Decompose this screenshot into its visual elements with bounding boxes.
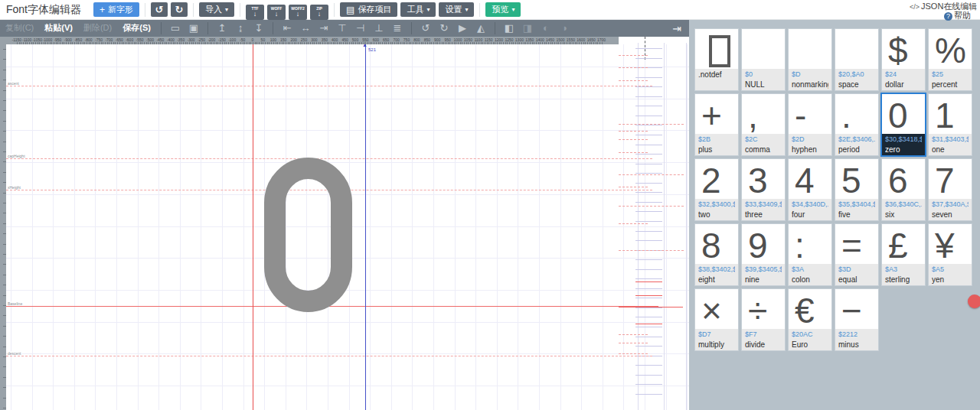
ruler-tick xyxy=(448,42,449,44)
glyph-cell-one[interactable]: 1$31,$3403,$..one xyxy=(929,94,972,155)
glyph-cell-two[interactable]: 2$32,$3400,$..two xyxy=(695,159,738,220)
tools-button[interactable]: 工具 ▾ xyxy=(400,2,436,17)
glyph-cell-nonmarking[interactable]: $Dnonmarking... xyxy=(789,29,831,90)
export-woff-button[interactable]: WOFF↓ xyxy=(267,5,286,20)
distribute-h-icon[interactable]: ≣ xyxy=(388,19,407,37)
ruler-tick xyxy=(423,42,423,44)
glyph-cell-plus[interactable]: +$2Bplus xyxy=(695,94,738,155)
ruler-tick xyxy=(39,42,40,44)
flip-vertical-icon[interactable]: ◭ xyxy=(472,19,490,37)
redo-button[interactable]: ↻ xyxy=(171,2,188,17)
glyph-cell-nine[interactable]: 9$39,$3405,$..nine xyxy=(742,224,785,285)
rotate-left-icon[interactable]: ↺ xyxy=(416,19,435,37)
glyph-cell-six[interactable]: 6$36,$340C,..six xyxy=(882,159,925,220)
glyph-cell-NULL[interactable]: $0NULL xyxy=(742,29,785,90)
import-button[interactable]: 导入 ▾ xyxy=(199,2,234,17)
preview-button[interactable]: 预览 ▾ xyxy=(485,2,521,17)
copy-button[interactable]: 复制(C) xyxy=(5,22,34,34)
glyph-cell-five[interactable]: 5$35,$3404,$..five xyxy=(835,159,878,220)
glyph-cell-Euro[interactable]: €$20ACEuro xyxy=(789,289,831,350)
glyph-cell-zero[interactable]: 0$30,$3418,$..zero xyxy=(882,94,925,155)
metric-mark xyxy=(635,375,662,376)
paste-button[interactable]: 粘贴(V) xyxy=(44,22,73,34)
glyph-cell-colon[interactable]: :$3Acolon xyxy=(789,224,831,285)
ruler-tick xyxy=(472,42,473,44)
glyph-cell-eight[interactable]: 8$38,$3402,$..eight xyxy=(695,224,738,285)
metric-mark xyxy=(619,152,648,153)
ruler-tick xyxy=(146,42,147,44)
rotate-right-icon[interactable]: ↻ xyxy=(435,19,453,37)
glyph-cell-divide[interactable]: ÷$F7divide xyxy=(742,289,785,350)
align-bottom-icon[interactable]: ↧ xyxy=(250,19,268,37)
glyph-cell-hyphen[interactable]: -$2Dhyphen xyxy=(789,94,831,155)
glyph-cell-percent[interactable]: %$25percent xyxy=(929,29,972,90)
export-zip-button[interactable]: ZIP↓ xyxy=(310,5,328,20)
align-right-icon[interactable]: ⇥ xyxy=(315,19,333,37)
exclude-icon[interactable]: ◑ xyxy=(555,19,573,37)
glyph-cell-comma[interactable]: ,$2Ccomma xyxy=(742,94,785,155)
distribute-middle-icon[interactable]: ⊣ xyxy=(351,19,370,37)
ruler-tick xyxy=(216,42,217,44)
glyph-cell-notdef[interactable]: .notdef xyxy=(695,29,738,90)
align-left-icon[interactable]: ⇤ xyxy=(278,19,296,37)
ruler-tick xyxy=(306,42,307,44)
flip-horizontal-icon[interactable]: ▶ xyxy=(453,19,472,37)
ruler-tick xyxy=(261,42,262,44)
new-glyph-button[interactable]: + 新字形 xyxy=(93,2,139,17)
delete-button[interactable]: 删除(D) xyxy=(83,22,112,34)
rect-tool-icon[interactable]: ▭ xyxy=(166,19,185,37)
distribute-bottom-icon[interactable]: ⊥ xyxy=(370,19,388,37)
save-button[interactable]: 保存(S) xyxy=(122,22,151,34)
glyph-cell-three[interactable]: 3$33,$3409,$..three xyxy=(742,159,785,220)
glyph-preview: , xyxy=(742,94,785,134)
ruler-tick xyxy=(446,42,446,44)
align-vcenter-icon[interactable]: ↨ xyxy=(231,19,250,37)
union-icon[interactable]: ◧ xyxy=(500,19,518,37)
glyph-canvas[interactable]: ascentcapHeightxHeightBaselinedescent▲52… xyxy=(0,37,689,410)
ruler-tick xyxy=(3,285,6,285)
ruler-tick xyxy=(207,42,208,44)
glyph-cell-space[interactable]: $20,$A0space xyxy=(835,29,878,90)
ruler-tick xyxy=(542,42,543,44)
glyph-cell-yen[interactable]: ¥$A5yen xyxy=(929,224,972,285)
exit-editor-icon[interactable]: ⇥ xyxy=(672,22,681,34)
glyph-name: multiply xyxy=(698,340,735,350)
glyph-cell-equal[interactable]: =$3Dequal xyxy=(835,224,878,285)
floating-action-button[interactable] xyxy=(968,294,980,308)
ruler-tick xyxy=(349,42,350,44)
ruler-tick xyxy=(154,42,155,44)
metric-mark xyxy=(635,259,662,260)
help-link[interactable]: ?帮助 xyxy=(944,10,971,21)
distribute-top-icon[interactable]: ⊤ xyxy=(333,19,351,37)
glyph-list-panel: .notdef$0NULL$Dnonmarking...$20,$A0space… xyxy=(689,19,980,410)
ruler-tick xyxy=(21,42,21,44)
glyph-cell-seven[interactable]: 7$37,$340A,$..seven xyxy=(929,159,972,220)
save-project-button[interactable]: ▤ 保存项目 xyxy=(340,2,397,17)
glyph-cell-minus[interactable]: −$2212minus xyxy=(835,289,878,350)
transform-tool-icon[interactable]: ▣ xyxy=(185,19,203,37)
settings-button[interactable]: 设置 ▾ xyxy=(439,2,474,17)
glyph-outline-zero[interactable] xyxy=(264,158,352,312)
glyph-cell-period[interactable]: .$2E,$3406,..period xyxy=(835,94,878,155)
ruler-label: 1700 xyxy=(595,37,609,42)
glyph-name: dollar xyxy=(885,80,922,89)
ruler-tick xyxy=(481,42,482,44)
undo-button[interactable]: ↺ xyxy=(151,2,168,17)
header: Font字体编辑器 + 新字形 ↺ ↻ 导入 ▾ TTF↓WOFF↓WOFF2↓… xyxy=(0,0,980,20)
ruler-tick xyxy=(183,42,184,44)
align-hcenter-icon[interactable]: ↔ xyxy=(296,19,315,37)
glyph-cell-multiply[interactable]: ×$D7multiply xyxy=(695,289,738,350)
align-top-icon[interactable]: ↥ xyxy=(213,19,231,37)
metric-mark xyxy=(635,106,662,106)
ruler-tick xyxy=(532,42,533,44)
glyph-cell-dollar[interactable]: $$24dollar xyxy=(882,29,925,90)
export-ttf-button[interactable]: TTF↓ xyxy=(246,5,264,20)
glyph-cell-sterling[interactable]: £$A3sterling xyxy=(882,224,925,285)
ruler-tick xyxy=(304,42,305,44)
ruler-tick xyxy=(359,42,360,44)
glyph-cell-four[interactable]: 4$34,$340D,..four xyxy=(789,159,831,220)
export-woff2-button[interactable]: WOFF2↓ xyxy=(289,5,307,20)
ruler-tick xyxy=(3,49,6,50)
subtract-icon[interactable]: ◨ xyxy=(518,19,537,37)
intersect-icon[interactable]: ◐ xyxy=(537,19,555,37)
